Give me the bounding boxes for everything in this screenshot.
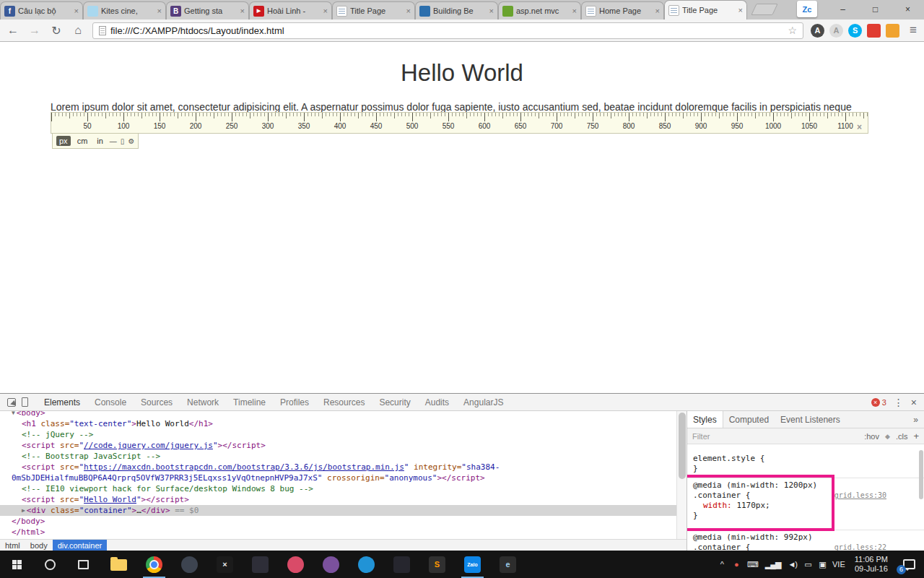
- hidden-icons-button[interactable]: ^: [718, 560, 725, 569]
- address-bar[interactable]: file:///C:/XAMPP/htdocs/Layout/index.htm…: [92, 22, 803, 39]
- blue-app-taskbar-button[interactable]: [349, 551, 384, 578]
- browser-tab[interactable]: Building Be×: [415, 1, 498, 20]
- bookmark-star-icon[interactable]: ☆: [788, 25, 798, 36]
- dom-tree-line[interactable]: </html>: [0, 527, 676, 538]
- tab-close-icon[interactable]: ×: [74, 7, 79, 15]
- browser-tab[interactable]: Title Page×: [332, 1, 415, 20]
- tab-close-icon[interactable]: ×: [655, 7, 660, 15]
- ruler-unit-px[interactable]: px: [56, 136, 71, 146]
- tab-close-icon[interactable]: ×: [738, 6, 743, 14]
- breadcrumb-item-html[interactable]: html: [0, 540, 25, 551]
- minimize-button[interactable]: –: [827, 0, 859, 20]
- styles-filter-input[interactable]: Filter: [692, 432, 710, 441]
- devtools-tab-network[interactable]: Network: [180, 394, 226, 410]
- devtools-tab-console[interactable]: Console: [87, 394, 134, 410]
- style-property[interactable]: width: 1170px;: [693, 501, 918, 511]
- pseudo-state-toggle[interactable]: :hov: [864, 432, 879, 441]
- url-text[interactable]: file:///C:/XAMPP/htdocs/Layout/index.htm…: [110, 25, 784, 36]
- cortana-search-button[interactable]: [33, 551, 66, 578]
- scrollbar-thumb[interactable]: [679, 413, 686, 479]
- browser-tab[interactable]: Home Page×: [581, 1, 664, 20]
- extension-a-dark-icon[interactable]: A: [811, 24, 824, 38]
- display-icon[interactable]: ▣: [819, 560, 826, 569]
- devtools-tab-timeline[interactable]: Timeline: [226, 394, 273, 410]
- inspect-element-icon[interactable]: [7, 398, 16, 407]
- ruler-close-icon[interactable]: ×: [857, 122, 862, 132]
- ruler-device-icon[interactable]: ▯: [121, 137, 125, 145]
- browser-tab[interactable]: BGetting sta×: [166, 1, 249, 20]
- dom-tree-line[interactable]: <h1 class="text-center">Hello World</h1>: [0, 418, 676, 429]
- volume-icon[interactable]: ◄): [788, 560, 797, 569]
- dom-tree-line[interactable]: </body>: [0, 516, 676, 527]
- browser-tab[interactable]: fCâu lạc bộ×: [0, 1, 83, 20]
- devtools-tab-resources[interactable]: Resources: [316, 394, 372, 410]
- dom-tree-line[interactable]: ▼<body>: [0, 411, 676, 418]
- browser-tab[interactable]: Title Page×: [664, 0, 747, 20]
- devtools-close-icon[interactable]: ×: [911, 397, 917, 408]
- ruler-unit-in[interactable]: in: [94, 136, 106, 146]
- clock[interactable]: 11:06 PM 09-Jul-16: [849, 555, 894, 574]
- menu-icon[interactable]: ≡: [910, 23, 917, 38]
- styles-scrollbar[interactable]: [919, 450, 923, 499]
- touch-keyboard-icon[interactable]: ⌨: [747, 560, 758, 569]
- zalo-taskbar-button[interactable]: Zalo: [455, 551, 490, 578]
- tray-app-icon[interactable]: ●: [733, 560, 740, 569]
- dom-tree-line[interactable]: <!-- Bootstrap JavaScript -->: [0, 451, 676, 462]
- ide-app-taskbar-button[interactable]: [384, 551, 419, 578]
- action-center-button[interactable]: 6: [894, 551, 924, 578]
- new-style-rule-button[interactable]: +: [913, 431, 919, 441]
- class-toggle[interactable]: .cls: [896, 432, 908, 441]
- elements-scrollbar[interactable]: [676, 411, 687, 539]
- tab-close-icon[interactable]: ×: [240, 7, 245, 15]
- tab-close-icon[interactable]: ×: [572, 7, 577, 15]
- devtools-menu-icon[interactable]: ⋮: [894, 397, 904, 408]
- ruler-line-icon[interactable]: —: [110, 137, 117, 145]
- color-format-icon[interactable]: ◆: [885, 433, 890, 440]
- task-view-button[interactable]: [66, 551, 100, 578]
- new-tab-button[interactable]: [751, 4, 777, 15]
- viber-taskbar-button[interactable]: [313, 551, 349, 578]
- dom-tree-line[interactable]: <!-- IE10 viewport hack for Surface/desk…: [0, 483, 676, 494]
- pink-app-taskbar-button[interactable]: [278, 551, 313, 578]
- devtools-tab-audits[interactable]: Audits: [418, 394, 456, 410]
- back-button[interactable]: ←: [6, 24, 20, 37]
- network-icon[interactable]: ▂▄▆: [765, 560, 781, 569]
- skype-extension-icon[interactable]: S: [848, 24, 862, 38]
- extension-red-icon[interactable]: [867, 24, 881, 38]
- dom-tree-line[interactable]: ▶<div class="container">…</div> == $0: [0, 505, 676, 516]
- ruler-unit-cm[interactable]: cm: [74, 136, 91, 146]
- devtools-tab-elements[interactable]: Elements: [37, 394, 87, 410]
- style-rule-element[interactable]: element.style { }: [687, 452, 924, 478]
- stylesheet-link[interactable]: grid.less:22: [834, 543, 886, 551]
- browser-tab[interactable]: ▶Hoài Linh -×: [249, 1, 332, 20]
- maximize-button[interactable]: □: [859, 0, 892, 20]
- chrome-taskbar-button[interactable]: [136, 551, 172, 578]
- dom-tree-line[interactable]: <script src="//code.jquery.com/jquery.js…: [0, 440, 676, 451]
- breadcrumb-item-div.container[interactable]: div.container: [53, 540, 108, 551]
- dark-app-taskbar-button[interactable]: [243, 551, 278, 578]
- ruler-settings-icon[interactable]: ⚙: [128, 137, 134, 145]
- browser-tab[interactable]: Kites cine,×: [83, 1, 166, 20]
- home-button[interactable]: ⌂: [71, 24, 85, 37]
- close-button[interactable]: ×: [892, 0, 924, 20]
- extension-a-gray-icon[interactable]: A: [829, 24, 843, 38]
- browser-tab[interactable]: asp.net mvc×: [498, 1, 581, 20]
- tab-close-icon[interactable]: ×: [489, 7, 494, 15]
- dom-tree-line[interactable]: <script src="https://maxcdn.bootstrapcdn…: [0, 462, 676, 473]
- sidebar-tab-computed[interactable]: Computed: [723, 411, 775, 428]
- devtools-tab-sources[interactable]: Sources: [134, 394, 180, 410]
- browser-app-taskbar-button[interactable]: [172, 551, 207, 578]
- devtools-tab-profiles[interactable]: Profiles: [273, 394, 316, 410]
- dom-tree-line[interactable]: <!-- jQuery -->: [0, 429, 676, 440]
- start-button[interactable]: [0, 551, 33, 578]
- devtools-tab-angularjs[interactable]: AngularJS: [456, 394, 510, 410]
- zalo-capture-widget[interactable]: Zc: [797, 1, 817, 17]
- dom-tree-line[interactable]: <script src="Hello World"></script>: [0, 494, 676, 505]
- ruler-scale[interactable]: × 50100150200250300350400450500550600650…: [51, 112, 868, 134]
- refresh-button[interactable]: ↻: [49, 24, 64, 38]
- language-indicator[interactable]: VIE: [829, 560, 849, 569]
- dom-tree-line[interactable]: 0mSbJDEHialfmuBBQP6A4Qrprq5OVfW37PRR3j5E…: [0, 473, 676, 483]
- tab-close-icon[interactable]: ×: [157, 7, 162, 15]
- sidebar-tab-styles[interactable]: Styles: [687, 411, 723, 428]
- breadcrumb-item-body[interactable]: body: [25, 540, 53, 551]
